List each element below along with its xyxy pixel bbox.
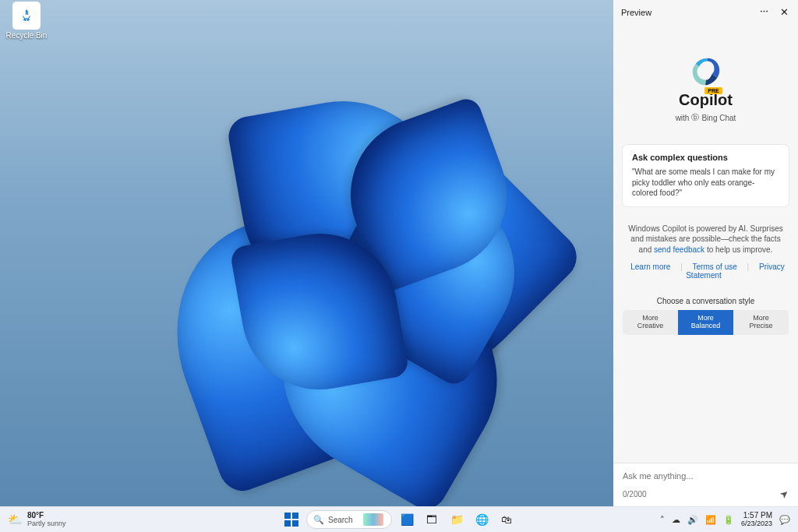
onedrive-icon[interactable]: ☁ bbox=[672, 515, 680, 525]
bing-icon: ⓑ bbox=[691, 112, 699, 123]
search-icon: 🔍 bbox=[313, 515, 324, 525]
svg-rect-1 bbox=[292, 513, 298, 519]
start-button[interactable] bbox=[281, 509, 302, 530]
conversation-style-block: Choose a conversation style MoreCreative… bbox=[623, 297, 789, 335]
task-view-button[interactable]: 🗔 bbox=[422, 509, 442, 530]
system-tray: ˄ ☁ 🔊 📶 🔋 1:57 PM 6/23/2023 💬 bbox=[652, 507, 798, 532]
weather-widget[interactable]: ⛅ 80°F Partly sunny bbox=[0, 512, 74, 527]
style-more-precise[interactable]: MorePrecise bbox=[733, 310, 789, 335]
weather-temp: 80°F bbox=[27, 512, 66, 520]
style-more-balanced[interactable]: MoreBalanced bbox=[678, 310, 733, 335]
tray-chevron-up-icon[interactable]: ˄ bbox=[660, 515, 665, 525]
clock-time: 1:57 PM bbox=[741, 512, 772, 520]
send-icon[interactable]: ➤ bbox=[777, 487, 791, 502]
weather-icon: ⛅ bbox=[8, 513, 23, 527]
clock-date: 6/23/2023 bbox=[741, 520, 772, 527]
taskbar-clock[interactable]: 1:57 PM 6/23/2023 bbox=[741, 512, 772, 527]
learn-more-link[interactable]: Learn more bbox=[627, 262, 674, 271]
recycle-bin[interactable]: Recycle Bin bbox=[5, 2, 48, 40]
copilot-logo-icon: PRE bbox=[688, 54, 724, 90]
style-more-creative[interactable]: MoreCreative bbox=[623, 310, 678, 335]
terms-link[interactable]: Terms of use bbox=[689, 262, 741, 271]
volume-icon[interactable]: 🔊 bbox=[687, 515, 698, 525]
conversation-style-selector: MoreCreative MoreBalanced MorePrecise bbox=[623, 310, 789, 335]
taskbar: ⛅ 80°F Partly sunny 🔍 Search 🟦 🗔 📁 🌐 🛍 ˄… bbox=[0, 506, 798, 532]
suggestion-card-title: Ask complex questions bbox=[632, 153, 779, 162]
suggestion-card[interactable]: Ask complex questions "What are some mea… bbox=[623, 145, 789, 206]
recycle-bin-icon bbox=[12, 2, 41, 30]
pre-badge: PRE bbox=[704, 87, 722, 94]
svg-rect-2 bbox=[284, 520, 291, 527]
battery-icon[interactable]: 🔋 bbox=[723, 515, 734, 525]
notifications-icon[interactable]: 💬 bbox=[779, 515, 790, 525]
copilot-panel: Preview ⋯ ✕ PRE Copilot with ⓑ Bing Chat bbox=[613, 0, 798, 506]
copilot-preview-label: Preview bbox=[621, 8, 750, 17]
chat-input-block: 0/2000 ➤ bbox=[613, 463, 798, 506]
folder-icon: 📁 bbox=[450, 513, 464, 526]
file-explorer-button[interactable]: 📁 bbox=[447, 509, 467, 530]
search-text: Search bbox=[328, 516, 355, 524]
disclaimer-text: Windows Copilot is powered by AI. Surpri… bbox=[623, 224, 789, 255]
search-highlight-icon bbox=[363, 513, 383, 526]
copilot-icon: 🟦 bbox=[401, 513, 414, 526]
taskbar-center: 🔍 Search 🟦 🗔 📁 🌐 🛍 bbox=[281, 507, 517, 532]
edge-icon: 🌐 bbox=[475, 513, 489, 526]
wifi-icon[interactable]: 📶 bbox=[705, 515, 716, 525]
close-button[interactable]: ✕ bbox=[779, 6, 790, 18]
copilot-header: Preview ⋯ ✕ bbox=[613, 0, 798, 24]
more-options-button[interactable]: ⋯ bbox=[757, 7, 772, 17]
copilot-taskbar-button[interactable]: 🟦 bbox=[397, 509, 417, 530]
suggestion-card-body: "What are some meals I can make for my p… bbox=[632, 167, 779, 199]
svg-rect-0 bbox=[284, 513, 291, 519]
recycle-bin-label: Recycle Bin bbox=[5, 31, 48, 40]
store-button[interactable]: 🛍 bbox=[496, 509, 517, 530]
chat-input[interactable] bbox=[623, 471, 789, 481]
store-icon: 🛍 bbox=[501, 513, 512, 526]
send-feedback-link[interactable]: send feedback bbox=[654, 245, 704, 254]
edge-button[interactable]: 🌐 bbox=[471, 509, 492, 530]
conversation-style-label: Choose a conversation style bbox=[623, 297, 789, 305]
task-view-icon: 🗔 bbox=[426, 513, 437, 526]
svg-rect-3 bbox=[292, 520, 298, 527]
footer-links: Learn more | Terms of use | Privacy Stat… bbox=[623, 262, 789, 280]
weather-condition: Partly sunny bbox=[27, 520, 66, 527]
windows-bloom-graphic bbox=[86, 39, 569, 483]
copilot-subtitle: with ⓑ Bing Chat bbox=[623, 112, 789, 123]
copilot-branding: PRE Copilot with ⓑ Bing Chat bbox=[623, 54, 789, 123]
taskbar-search[interactable]: 🔍 Search bbox=[306, 510, 392, 529]
char-counter: 0/2000 bbox=[623, 490, 647, 499]
